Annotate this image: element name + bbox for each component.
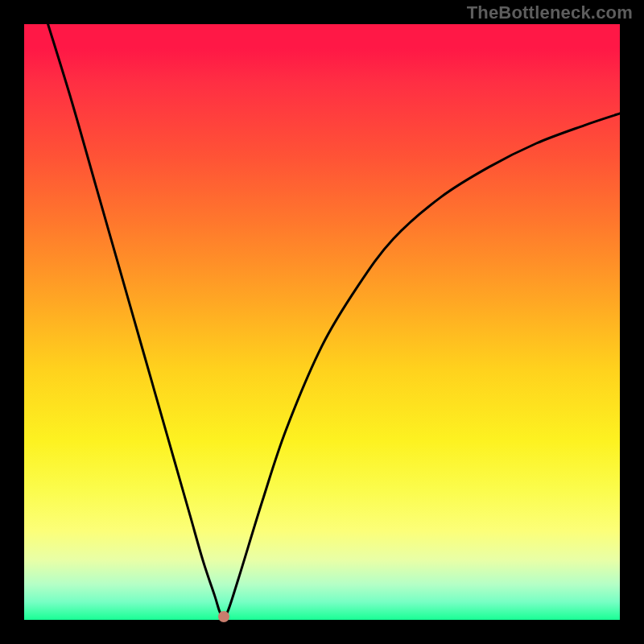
chart-frame: TheBottleneck.com: [0, 0, 644, 644]
watermark-text: TheBottleneck.com: [467, 2, 633, 23]
plot-area: [24, 24, 620, 620]
curve-svg: [24, 24, 620, 620]
highlight-marker: [218, 611, 229, 622]
curve-line: [48, 24, 620, 617]
